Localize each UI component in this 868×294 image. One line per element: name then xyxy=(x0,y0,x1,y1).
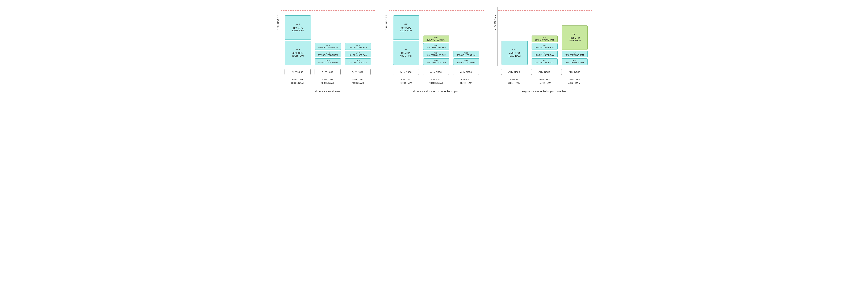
vm-block: VM 315% CPU / 32GB RAM xyxy=(315,59,341,65)
vm-block: VM 715% CPU / 8GB RAM xyxy=(345,51,371,57)
chart-area: CPU USAGEVM 145% CPU48GB RAMVM 315% CPU … xyxy=(493,7,591,66)
vm-name: VM 8 xyxy=(543,37,546,39)
vm-name: VM 2 xyxy=(296,23,300,25)
vm-block: VM 145% CPU48GB RAM xyxy=(501,41,528,65)
stats-row: 90% CPU80GB RAM45% CPU96GB RAM45% CPU24G… xyxy=(281,78,374,85)
vm-name: VM 7 xyxy=(356,52,360,54)
node-stats: 90% CPU80GB RAM xyxy=(284,78,311,85)
figure-1: CPU USAGEVM 145% CPU48GB RAMVM 245% CPU3… xyxy=(277,7,375,93)
stat-ram: 48GB RAM xyxy=(561,81,587,85)
vm-stack: VM 315% CPU / 32GB RAMVM 415% CPU / 32GB… xyxy=(531,36,558,66)
vm-line1: 15% CPU / 8GB RAM xyxy=(457,62,475,64)
threshold-line xyxy=(281,10,375,11)
stats-row: 45% CPU48GB RAM60% CPU104GB RAM75% CPU48… xyxy=(497,78,591,85)
node-stats: 45% CPU96GB RAM xyxy=(315,78,341,85)
threshold-line xyxy=(390,10,484,11)
vm-block: VM 245% CPU32GB RAM xyxy=(562,26,588,50)
node-box: AHV Node xyxy=(453,69,479,75)
stat-cpu: 60% CPU xyxy=(531,78,557,81)
plot-area: VM 145% CPU48GB RAMVM 315% CPU / 32GB RA… xyxy=(498,7,591,66)
vm-block: VM 415% CPU / 32GB RAM xyxy=(532,51,558,57)
node-box: AHV Node xyxy=(345,69,371,75)
vm-line1: 45% CPU xyxy=(509,51,520,54)
vm-block: VM 615% CPU / 8GB RAM xyxy=(345,59,371,65)
figure-3: CPU USAGEVM 145% CPU48GB RAMVM 315% CPU … xyxy=(493,7,591,93)
vm-name: VM 4 xyxy=(543,52,546,54)
nodes-row: AHV NodeAHV NodeAHV Node xyxy=(497,69,591,75)
vm-name: VM 6 xyxy=(573,60,576,62)
vm-stack: VM 145% CPU48GB RAMVM 245% CPU32GB RAM xyxy=(284,15,312,66)
y-axis-label: CPU USAGE xyxy=(277,14,279,30)
columns: VM 145% CPU48GB RAMVM 315% CPU / 32GB RA… xyxy=(498,26,591,66)
vm-stack: VM 315% CPU / 32GB RAMVM 415% CPU / 32GB… xyxy=(422,36,450,66)
vm-name: VM 5 xyxy=(434,44,438,46)
node-box: AHV Node xyxy=(284,69,311,75)
vm-name: VM 6 xyxy=(464,60,468,62)
chart-area: CPU USAGEVM 145% CPU48GB RAMVM 245% CPU3… xyxy=(385,7,483,66)
stat-ram: 96GB RAM xyxy=(315,81,341,85)
y-axis-label: CPU USAGE xyxy=(385,14,388,30)
columns: VM 145% CPU48GB RAMVM 245% CPU32GB RAMVM… xyxy=(281,15,375,66)
figure-caption: Firgure 3 - Remediation plan complete xyxy=(522,90,566,93)
vm-name: VM 1 xyxy=(512,48,517,50)
vm-name: VM 8 xyxy=(434,37,438,39)
plot-area: VM 145% CPU48GB RAMVM 245% CPU32GB RAMVM… xyxy=(281,7,375,66)
stat-ram: 80GB RAM xyxy=(284,81,311,85)
vm-name: VM 3 xyxy=(326,60,330,62)
node-stats: 60% CPU104GB RAM xyxy=(423,78,449,85)
vm-name: VM 4 xyxy=(326,52,330,54)
vm-block: VM 515% CPU / 32GB RAM xyxy=(532,43,558,50)
vm-line2: 48GB RAM xyxy=(400,54,412,57)
vm-block: VM 815% CPU / 8GB RAM xyxy=(532,36,558,42)
vm-block: VM 145% CPU48GB RAM xyxy=(393,41,419,65)
stat-ram: 104GB RAM xyxy=(423,81,449,85)
vm-block: VM 315% CPU / 32GB RAM xyxy=(532,59,558,65)
vm-line2: 48GB RAM xyxy=(292,54,304,57)
stat-cpu: 45% CPU xyxy=(315,78,341,81)
vm-line1: 15% CPU / 32GB RAM xyxy=(426,54,446,56)
vm-block: VM 715% CPU / 8GB RAM xyxy=(453,51,479,57)
stat-ram: 16GB RAM xyxy=(453,81,479,85)
vm-block: VM 145% CPU48GB RAM xyxy=(285,41,311,65)
vm-line1: 15% CPU / 8GB RAM xyxy=(349,54,367,56)
vm-line1: 15% CPU / 32GB RAM xyxy=(318,46,338,48)
vm-block: VM 245% CPU32GB RAM xyxy=(285,15,311,40)
vm-block: VM 415% CPU / 32GB RAM xyxy=(315,51,341,57)
stat-cpu: 90% CPU xyxy=(393,78,419,81)
vm-stack: VM 615% CPU / 8GB RAMVM 715% CPU / 8GB R… xyxy=(453,51,480,66)
stat-ram: 80GB RAM xyxy=(393,81,419,85)
vm-block: VM 615% CPU / 8GB RAM xyxy=(453,59,479,65)
vm-line1: 45% CPU xyxy=(401,26,411,29)
vm-line1: 15% CPU / 32GB RAM xyxy=(535,46,554,48)
vm-stack: VM 615% CPU / 8GB RAMVM 715% CPU / 8GB R… xyxy=(344,43,372,66)
vm-line1: 15% CPU / 8GB RAM xyxy=(457,54,475,56)
node-box: AHV Node xyxy=(393,69,419,75)
vm-block: VM 815% CPU / 8GB RAM xyxy=(345,43,371,50)
vm-name: VM 5 xyxy=(543,44,546,46)
vm-line1: 15% CPU / 8GB RAM xyxy=(427,39,445,41)
vm-name: VM 5 xyxy=(326,44,330,46)
vm-block: VM 715% CPU / 8GB RAM xyxy=(562,51,588,57)
stat-ram: 104GB RAM xyxy=(531,81,557,85)
vm-line2: 48GB RAM xyxy=(508,54,521,57)
vm-name: VM 8 xyxy=(356,44,360,46)
threshold-line xyxy=(498,10,592,11)
figure-caption: Firgure 1 - Initial State xyxy=(315,90,340,93)
vm-stack: VM 615% CPU / 8GB RAMVM 715% CPU / 8GB R… xyxy=(561,26,589,66)
node-stats: 30% CPU16GB RAM xyxy=(453,78,479,85)
chart-area: CPU USAGEVM 145% CPU48GB RAMVM 245% CPU3… xyxy=(277,7,375,66)
stat-cpu: 90% CPU xyxy=(284,78,311,81)
stat-cpu: 75% CPU xyxy=(561,78,587,81)
node-stats: 60% CPU104GB RAM xyxy=(531,78,557,85)
vm-name: VM 7 xyxy=(573,52,576,54)
node-stats: 75% CPU48GB RAM xyxy=(561,78,587,85)
vm-block: VM 615% CPU / 8GB RAM xyxy=(562,59,588,65)
vm-stack: VM 145% CPU48GB RAM xyxy=(501,41,528,66)
vm-block: VM 245% CPU32GB RAM xyxy=(393,15,419,40)
plot-area: VM 145% CPU48GB RAMVM 245% CPU32GB RAMVM… xyxy=(389,7,483,66)
y-axis-label: CPU USAGE xyxy=(493,14,496,30)
vm-name: VM 2 xyxy=(572,33,577,35)
stat-cpu: 30% CPU xyxy=(453,78,479,81)
vm-name: VM 4 xyxy=(434,52,438,54)
vm-line1: 45% CPU xyxy=(292,51,303,54)
